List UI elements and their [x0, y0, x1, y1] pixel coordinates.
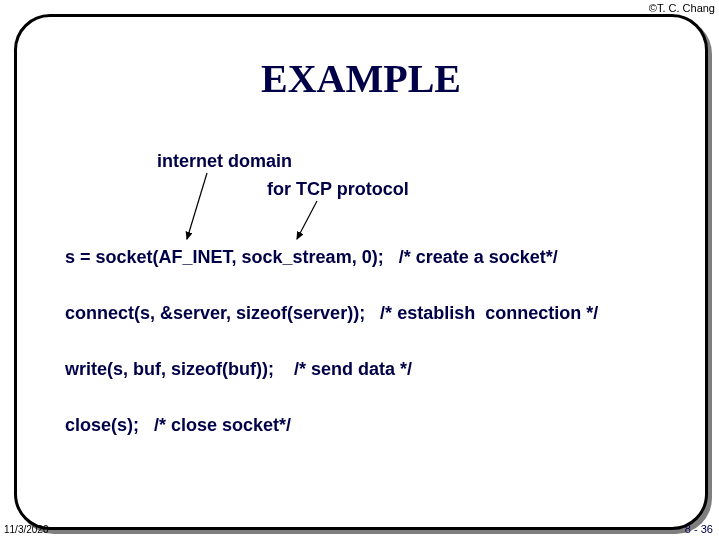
slide-frame: EXAMPLE internet domain for TCP protocol… — [14, 14, 708, 530]
footer-page-number: 8 - 36 — [685, 523, 713, 535]
slide-title: EXAMPLE — [17, 55, 705, 102]
svg-line-1 — [297, 201, 317, 239]
copyright-text: ©T. C. Chang — [649, 2, 715, 14]
svg-line-0 — [187, 173, 207, 239]
code-line-2: connect(s, &server, sizeof(server)); /* … — [65, 303, 598, 324]
footer-date: 11/3/2020 — [4, 524, 49, 535]
code-line-4: close(s); /* close socket*/ — [65, 415, 291, 436]
code-line-1: s = socket(AF_INET, sock_stream, 0); /* … — [65, 247, 558, 268]
code-line-3: write(s, buf, sizeof(buf)); /* send data… — [65, 359, 412, 380]
slide: ©T. C. Chang EXAMPLE internet domain for… — [0, 0, 719, 539]
label-internet-domain: internet domain — [157, 151, 292, 172]
label-tcp-protocol: for TCP protocol — [267, 179, 409, 200]
